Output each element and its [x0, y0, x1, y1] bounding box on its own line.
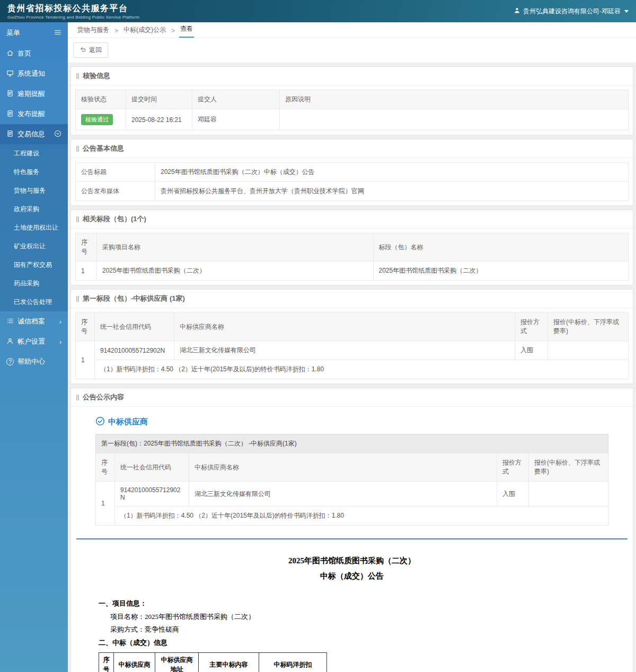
chevron-right-icon: › — [59, 318, 61, 325]
sidebar-item-publish-reminder[interactable]: 发布提醒 — [0, 104, 68, 124]
section-marker — [76, 395, 79, 400]
col-supplier-address: 中标供应商地址 — [155, 652, 199, 672]
col-submit-time: 提交时间 — [126, 90, 192, 109]
document-icon — [6, 90, 14, 99]
section-title-text: 公告公示内容 — [83, 392, 124, 402]
reason-cell — [280, 109, 629, 130]
user-menu[interactable]: 贵州弘典建设咨询有限公司-邓廷容 — [514, 7, 629, 16]
sidebar-item-system-notice[interactable]: 系统通知 — [0, 64, 68, 84]
menu-label: 菜单 — [6, 28, 20, 38]
document-icon — [6, 130, 14, 139]
related-sections-table: 序号 采购项目名称 标段（包）名称 1 2025年图书馆纸质图书采购（二次） 2… — [75, 233, 629, 281]
col-quote-value: 报价(中标价、下浮率或费率) — [529, 453, 608, 482]
breadcrumb-view[interactable]: 查看 — [179, 21, 194, 38]
col-project-name: 采购项目名称 — [97, 233, 374, 261]
sidebar-item-trade-info[interactable]: 交易信息 — [0, 124, 68, 144]
submenu-item-special-service[interactable]: 特色服务 — [0, 163, 68, 181]
section-name-cell: 2025年图书馆纸质图书采购（二次） — [373, 261, 629, 281]
user-icon — [514, 7, 520, 15]
help-icon: ? — [6, 358, 14, 365]
submenu-item-engineering[interactable]: 工程建设 — [0, 144, 68, 163]
related-sections-panel-title: 相关标段（包）(1个) — [71, 210, 633, 229]
col-index: 序号 — [76, 313, 95, 341]
winner-heading-text: 中标供应商 — [108, 417, 148, 427]
section-marker — [76, 216, 79, 222]
table-row: 核验通过 2025-08-22 16:21 邓廷容 — [76, 109, 629, 130]
sidebar-item-help-center[interactable]: ? 帮助中心 — [0, 352, 68, 372]
submenu-item-mining-rights[interactable]: 矿业权出让 — [0, 237, 68, 256]
toolbar: 返回 — [68, 38, 636, 63]
col-reason: 原因说明 — [280, 90, 629, 109]
sidebar-item-overdue-reminder[interactable]: 逾期提醒 — [0, 84, 68, 104]
home-icon — [6, 49, 14, 58]
submenu-item-land-rights[interactable]: 土地使用权出让 — [0, 219, 68, 237]
sidebar-item-account-settings[interactable]: 帐户设置 › — [0, 331, 68, 352]
submenu-item-state-property[interactable]: 国有产权交易 — [0, 256, 68, 274]
quote-method-cell: 入围 — [497, 482, 529, 507]
sidebar-item-label: 系统通知 — [17, 69, 45, 78]
sidebar-item-home[interactable]: 首页 — [0, 43, 68, 64]
submit-time-cell: 2025-08-22 16:21 — [126, 109, 192, 130]
spacer — [99, 583, 605, 597]
section-marker — [76, 146, 79, 152]
quote-value-cell — [529, 482, 608, 507]
related-sections-panel: 相关标段（包）(1个) 序号 采购项目名称 标段（包）名称 — [70, 210, 633, 285]
winning-supplier-panel: 第一标段（包）-中标供应商 (1家) 序号 统一社会信用代码 中标供应商名称 报… — [70, 289, 633, 384]
col-index: 序号 — [96, 453, 115, 482]
sidebar-item-label: 逾期提醒 — [17, 89, 45, 99]
col-supplier-name: 中标供应商名称 — [189, 453, 497, 482]
breadcrumb-award-publicity[interactable]: 中标(成交)公示 — [122, 22, 167, 38]
doc-title-line1: 2025年图书馆纸质图书采购（二次） — [99, 553, 605, 569]
app-window: 贵州省招标投标公共服务平台 GuiZhou Province Tendering… — [0, 0, 636, 672]
app-subtitle: GuiZhou Province Tendering and Bidding P… — [7, 15, 139, 20]
section-caption: 第一标段(包)：2025年图书馆纸质图书采购（二次） -中标供应商(1家) — [95, 434, 608, 453]
col-quote-value: 报价(中标价、下浮率或费率) — [548, 313, 629, 341]
section-title-text: 第一标段（包）-中标供应商 (1家) — [83, 294, 185, 303]
trade-info-submenu: 工程建设 特色服务 货物与服务 政府采购 土地使用权出让 矿业权出让 国有产权交… — [0, 144, 68, 311]
quote-value-cell — [548, 341, 629, 360]
col-quote-method: 报价方式 — [497, 453, 529, 482]
basic-info-table: 公告标题 2025年图书馆纸质图书采购（二次）中标（成交）公告 公告发布媒体 贵… — [75, 162, 629, 201]
announcement-content-panel-title: 公告公示内容 — [71, 388, 633, 407]
announcement-title-value: 2025年图书馆纸质图书采购（二次）中标（成交）公告 — [155, 163, 629, 182]
index-cell: 1 — [96, 482, 115, 526]
doc-line: 采购方式：竞争性磋商 — [99, 623, 605, 636]
table-row: 公告发布媒体 贵州省招标投标公共服务平台、贵州开放大学（贵州职业技术学院）官网 — [76, 182, 629, 201]
return-arrow-icon — [80, 46, 86, 55]
section-marker — [76, 296, 79, 302]
user-name: 贵州弘典建设咨询有限公司-邓廷容 — [523, 7, 621, 16]
col-supplier-name: 中标供应商名称 — [174, 313, 515, 341]
submenu-item-published-notices[interactable]: 已发公告处理 — [0, 293, 68, 311]
sidebar-item-label: 帮助中心 — [17, 357, 45, 366]
check-circle-icon — [95, 416, 105, 427]
submenu-item-drug-procurement[interactable]: 药品采购 — [0, 274, 68, 293]
table-header-row: 序号 采购项目名称 标段（包）名称 — [76, 233, 629, 261]
section-title-text: 核验信息 — [83, 71, 110, 81]
winning-supplier-panel-title: 第一标段（包）-中标供应商 (1家) — [71, 290, 633, 308]
credit-code-cell: 91420100055712902N — [95, 341, 174, 360]
notice-table-wrap: 第一标段(包)：2025年图书馆纸质图书采购（二次） -中标供应商(1家) 序号… — [95, 434, 608, 526]
verify-table: 核验状态 提交时间 提交人 原因说明 核验通过 2025-08-22 16:21 — [75, 90, 629, 130]
verify-status-cell: 核验通过 — [76, 109, 126, 130]
back-button[interactable]: 返回 — [73, 42, 108, 58]
verify-panel: 核验信息 核验状态 提交时间 提交人 原因说明 — [70, 66, 633, 135]
col-submitter: 提交人 — [192, 90, 280, 109]
discount-note-cell: （1）新书码洋折扣：4.50 （2）近十年(2015年及以后)的特价书码洋折扣：… — [95, 360, 629, 379]
index-cell: 1 — [76, 341, 95, 379]
back-button-label: 返回 — [89, 46, 102, 55]
table-row: （1）新书码洋折扣：4.50 （2）近十年(2015年及以后)的特价书码洋折扣：… — [76, 360, 629, 379]
supplier-name-cell: 湖北三新文化传媒有限公司 — [174, 341, 515, 360]
chevron-down-icon — [624, 10, 629, 13]
page-content: 核验信息 核验状态 提交时间 提交人 原因说明 — [68, 63, 636, 672]
verify-panel-title: 核验信息 — [71, 67, 633, 85]
hamburger-icon[interactable] — [54, 29, 61, 38]
doc-heading-1: 一、项目信息： — [99, 597, 605, 610]
submenu-item-gov-procurement[interactable]: 政府采购 — [0, 200, 68, 219]
publish-media-label: 公告发布媒体 — [76, 182, 155, 201]
breadcrumb-goods-services[interactable]: 货物与服务 — [76, 22, 110, 38]
chevron-right-icon: › — [59, 338, 61, 345]
sidebar-item-credit-archive[interactable]: 诚信档案 › — [0, 311, 68, 331]
submenu-item-goods-services[interactable]: 货物与服务 — [0, 181, 68, 200]
blue-divider — [76, 538, 628, 539]
discount-note-cell: （1）新书码洋折扣：4.50 （2）近十年(2015年及以后)的特价书码洋折扣：… — [115, 507, 608, 526]
